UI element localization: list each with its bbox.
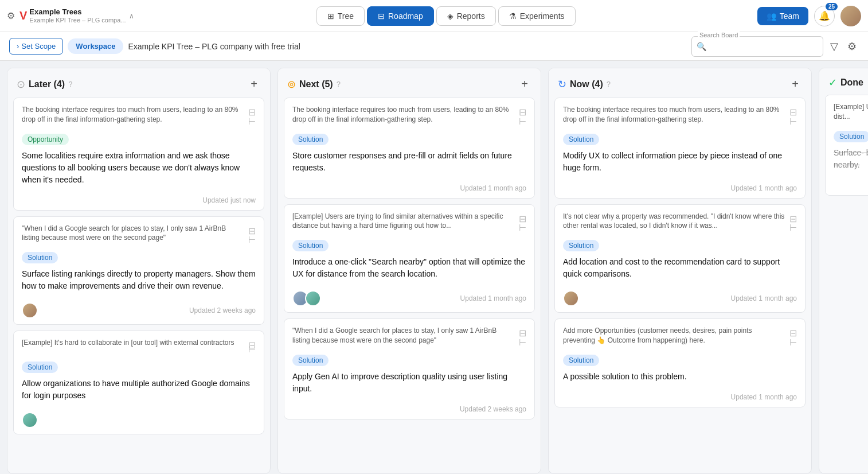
column-help-later[interactable]: ? [68, 80, 72, 88]
tab-tree[interactable]: ⊞ Tree [316, 6, 365, 26]
card-updated: Updated 2 weeks ago [460, 405, 526, 413]
card-updated: Updated 1 month ago [460, 294, 526, 302]
column-header-now: ↻ Now (4) ? + [549, 68, 811, 98]
card-avatars [563, 290, 576, 306]
card-insight-icon[interactable]: ⊟ [248, 106, 256, 119]
search-board-label: Search Board [698, 32, 740, 38]
card-insight-icon[interactable]: ⊟ [519, 327, 526, 340]
avatar[interactable] [840, 6, 861, 26]
card: The booking interface requires too much … [13, 98, 264, 211]
card-insight-icon[interactable]: ⊟ [789, 106, 797, 119]
card-main: Solution ⊢ Store customer responses and … [284, 129, 534, 181]
tab-reports[interactable]: ◈ Reports [436, 6, 496, 26]
tab-experiments[interactable]: ⚗ Experiments [498, 6, 576, 26]
later-col-icon: ⊙ [17, 78, 25, 91]
set-scope-arrow: › [17, 42, 19, 50]
card-tag: Solution [292, 134, 329, 145]
card-insight-row: The booking interface requires too much … [14, 98, 264, 129]
card-footer: Updated 2 weeks ago [14, 299, 264, 324]
notification-button[interactable]: 🔔 25 [814, 6, 835, 26]
card-updated: Updated 1 month ago [731, 184, 797, 192]
avatar-image [840, 6, 861, 26]
card: It's not clear why a property was recomm… [554, 204, 806, 313]
topnav-right: 👥 Team 🔔 25 [757, 6, 861, 26]
card: The booking interface requires too much … [284, 98, 535, 199]
brand-logo: V Example Trees Example KPI Tree – PLG c… [19, 7, 134, 24]
card-insight-text: The booking interface requires too much … [292, 105, 514, 125]
column-title-later: Later (4) [29, 79, 65, 90]
card-updated: Updated just now [202, 196, 256, 204]
card: Add more Opportunities (customer needs, … [554, 318, 806, 407]
card-insight-icon[interactable]: ⊟ [519, 213, 526, 226]
card-footer: Updated 1 month ago [284, 181, 534, 198]
card-insight-row: [Example] Users are trying to find simil… [284, 205, 534, 236]
card-footer: Updated 1 month ago [284, 287, 534, 312]
card-insight-icon[interactable]: ⊟ [248, 225, 256, 238]
set-scope-button[interactable]: › Set Scope [9, 38, 63, 55]
team-button[interactable]: 👥 Team [757, 7, 808, 25]
filter-icon[interactable]: ▽ [828, 38, 840, 55]
column-help-now[interactable]: ? [607, 80, 611, 88]
settings-icon[interactable]: ⚙ [7, 10, 15, 21]
reports-icon: ◈ [447, 11, 453, 21]
board-settings-icon[interactable]: ⚙ [845, 38, 859, 55]
card-insight-text: Add more Opportunities (customer needs, … [563, 326, 785, 345]
column-add-now[interactable]: + [788, 76, 802, 92]
card-insight-icon[interactable]: ⊟ [789, 213, 797, 226]
card: [Example] U... specific dist... ⊟ Soluti… [825, 95, 868, 196]
card-avatars [22, 302, 34, 318]
card-updated: Updated 1 month ago [460, 184, 526, 192]
card-insight-row: Add more Opportunities (customer needs, … [555, 319, 805, 350]
card-footer: Updated 2 weeks ago [284, 402, 534, 419]
top-nav: ⚙ V Example Trees Example KPI Tree – PLG… [0, 0, 868, 32]
card-body: Introduce a one-click "Search nearby" op… [292, 256, 526, 280]
card-insight-text: It's not clear why a property was recomm… [563, 212, 785, 231]
column-done: ✓ Done [Example] U... specific dist... ⊟… [819, 68, 868, 474]
card: "When I did a Google search for places t… [284, 318, 535, 419]
column-add-next[interactable]: + [518, 76, 531, 92]
card-tag: Solution [563, 355, 599, 366]
card-main: Solution ⊢ Apply Gen AI to improve descr… [284, 350, 534, 402]
breadcrumb: Example KPI Tree – PLG company with free… [128, 42, 300, 51]
tab-roadmap[interactable]: ⊟ Roadmap [367, 6, 434, 26]
card-insight-text: The booking interface requires too much … [563, 105, 785, 125]
card-footer [14, 409, 264, 434]
column-title-next: Next (5) [299, 79, 333, 90]
card-main: Solution ⊢ Surface listing rankings dire… [14, 247, 264, 299]
card-insight-icon[interactable]: ⊟ [519, 106, 526, 119]
search-input[interactable] [709, 42, 818, 50]
next-col-icon: ⊚ [287, 78, 296, 91]
search-icon: 🔍 [697, 42, 706, 51]
roadmap-icon: ⊟ [378, 11, 385, 21]
workspace-button[interactable]: Workspace [68, 38, 123, 54]
card-insight-text: [Example] U... specific dist... [834, 102, 868, 122]
chevron-down-icon[interactable]: ∧ [129, 12, 134, 20]
card-main: Solution ⊢ Allow organizations to have m… [14, 357, 264, 409]
card-main: Solution ⊢ Surface- become nearby. [826, 126, 868, 178]
team-icon: 👥 [767, 11, 776, 21]
column-help-next[interactable]: ? [337, 80, 341, 88]
column-title-now: Now (4) [570, 79, 603, 90]
topnav-left: ⚙ V Example Trees Example KPI Tree – PLG… [7, 7, 134, 24]
brand-title: Example Trees [29, 7, 126, 17]
card-footer: Updated just now [14, 193, 264, 210]
card-footer: Updated 1 month ago [555, 181, 805, 198]
card-insight-row: It's not clear why a property was recomm… [555, 205, 805, 236]
card-main: Solution ⊢ Modify UX to collect informat… [555, 129, 805, 181]
card-insight-text: The booking interface requires too much … [22, 105, 244, 125]
card-insight-row: "When I did a Google search for places t… [14, 217, 264, 248]
card-avatar [305, 290, 321, 306]
card-body: Surface listing rankings directly to pro… [22, 268, 256, 292]
column-add-later[interactable]: + [247, 76, 261, 92]
experiments-icon: ⚗ [509, 11, 517, 21]
card-tag: Solution [834, 131, 868, 142]
card-main: Opportunity ⊢ Some localities require ex… [14, 129, 264, 193]
card-insight-row: "When I did a Google search for places t… [284, 319, 534, 350]
card-insight-icon[interactable]: ⊟ [789, 327, 797, 340]
card-footer: Updated 1 month ago [555, 287, 805, 312]
card-insight-icon[interactable]: ⊟ [248, 339, 256, 352]
card-body: Add location and cost to the recommendat… [563, 256, 797, 280]
card-tag: Solution [563, 134, 599, 145]
card-insight-row: The booking interface requires too much … [555, 98, 805, 129]
card-insight-text: "When I did a Google search for places t… [22, 224, 244, 243]
